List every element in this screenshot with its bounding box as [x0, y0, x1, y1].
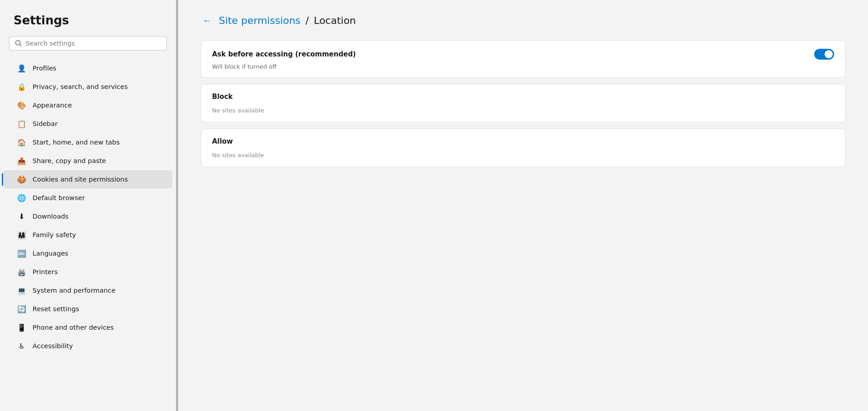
sidebar-item-family-safety[interactable]: 👨‍👩‍👧Family safety — [4, 226, 172, 244]
sidebar: Settings 👤Profiles🔒Privacy, search, and … — [0, 0, 176, 411]
family-safety-icon: 👨‍👩‍👧 — [17, 230, 26, 239]
sidebar-item-share-copy[interactable]: 📤Share, copy and paste — [4, 152, 172, 170]
printers-icon: 🖨️ — [17, 267, 26, 276]
sidebar-nav: 👤Profiles🔒Privacy, search, and services🎨… — [0, 59, 176, 355]
block-card-title: Block — [201, 84, 845, 107]
allow-card-empty: No sites available — [201, 152, 845, 167]
breadcrumb-link[interactable]: Site permissions — [219, 15, 301, 26]
breadcrumb: Site permissions / Location — [219, 15, 356, 26]
downloads-icon: ⬇️ — [17, 212, 26, 221]
sidebar-item-printers[interactable]: 🖨️Printers — [4, 263, 172, 281]
start-home-icon: 🏠 — [17, 138, 26, 147]
ask-toggle[interactable] — [814, 49, 834, 60]
appearance-icon: 🎨 — [17, 101, 26, 110]
sidebar-item-default-browser[interactable]: 🌐Default browser — [4, 189, 172, 207]
page-header: ← Site permissions / Location — [201, 14, 845, 28]
sidebar-item-accessibility[interactable]: ♿Accessibility — [4, 337, 172, 355]
sidebar-label-family-safety: Family safety — [33, 231, 76, 238]
sidebar-label-default-browser: Default browser — [33, 194, 85, 201]
ask-card-title: Ask before accessing (recommended) — [212, 50, 356, 58]
sidebar-item-phone[interactable]: 📱Phone and other devices — [4, 318, 172, 336]
sidebar-label-accessibility: Accessibility — [33, 342, 73, 350]
sidebar-label-privacy: Privacy, search, and services — [33, 83, 127, 90]
allow-card: Allow No sites available — [201, 129, 845, 167]
sidebar-item-sidebar[interactable]: 📋Sidebar — [4, 115, 172, 133]
sidebar-item-appearance[interactable]: 🎨Appearance — [4, 96, 172, 114]
search-box-wrapper — [0, 36, 176, 59]
ask-card-subtitle: Will block if turned off — [201, 62, 845, 77]
search-icon — [15, 40, 22, 47]
sidebar-item-privacy[interactable]: 🔒Privacy, search, and services — [4, 78, 172, 96]
sidebar-item-start-home[interactable]: 🏠Start, home, and new tabs — [4, 133, 172, 151]
accessibility-icon: ♿ — [17, 341, 26, 350]
system-icon: 💻 — [17, 286, 26, 295]
sidebar-label-share-copy: Share, copy and paste — [33, 157, 106, 164]
sidebar-label-system: System and performance — [33, 287, 115, 294]
main-content: ← Site permissions / Location Ask before… — [178, 0, 868, 411]
default-browser-icon: 🌐 — [17, 193, 26, 202]
search-input[interactable] — [26, 40, 161, 47]
sidebar-label-start-home: Start, home, and new tabs — [33, 139, 120, 146]
phone-icon: 📱 — [17, 323, 26, 332]
breadcrumb-current: Location — [314, 15, 356, 26]
sidebar-label-phone: Phone and other devices — [33, 324, 114, 331]
sidebar-label-printers: Printers — [33, 268, 58, 276]
sidebar-label-appearance: Appearance — [33, 102, 72, 109]
allow-card-title: Allow — [201, 129, 845, 152]
reset-icon: 🔄 — [17, 304, 26, 313]
block-card-empty: No sites available — [201, 107, 845, 122]
sidebar-title: Settings — [0, 9, 176, 36]
sidebar-item-profiles[interactable]: 👤Profiles — [4, 59, 172, 77]
sidebar-label-sidebar: Sidebar — [33, 120, 57, 127]
sidebar-item-reset[interactable]: 🔄Reset settings — [4, 300, 172, 318]
profiles-icon: 👤 — [17, 64, 26, 73]
sidebar-label-reset: Reset settings — [33, 305, 79, 313]
ask-card-header: Ask before accessing (recommended) — [201, 41, 845, 62]
sidebar-label-profiles: Profiles — [33, 65, 57, 72]
ask-card: Ask before accessing (recommended) Will … — [201, 40, 845, 78]
breadcrumb-separator: / — [306, 15, 309, 26]
sidebar-item-cookies[interactable]: 🍪Cookies and site permissions — [4, 170, 172, 188]
languages-icon: 🔤 — [17, 249, 26, 258]
privacy-icon: 🔒 — [17, 82, 26, 91]
sidebar-item-system[interactable]: 💻System and performance — [4, 281, 172, 299]
sidebar-item-languages[interactable]: 🔤Languages — [4, 244, 172, 262]
back-button[interactable]: ← — [201, 14, 213, 28]
sidebar-label-cookies: Cookies and site permissions — [33, 176, 128, 183]
share-copy-icon: 📤 — [17, 156, 26, 165]
block-card: Block No sites available — [201, 84, 845, 122]
sidebar-label-languages: Languages — [33, 250, 68, 257]
svg-line-1 — [20, 45, 22, 47]
sidebar-label-downloads: Downloads — [33, 213, 69, 220]
sidebar-icon: 📋 — [17, 119, 26, 128]
cookies-icon: 🍪 — [17, 175, 26, 184]
sidebar-item-downloads[interactable]: ⬇️Downloads — [4, 207, 172, 225]
search-box[interactable] — [9, 36, 167, 51]
